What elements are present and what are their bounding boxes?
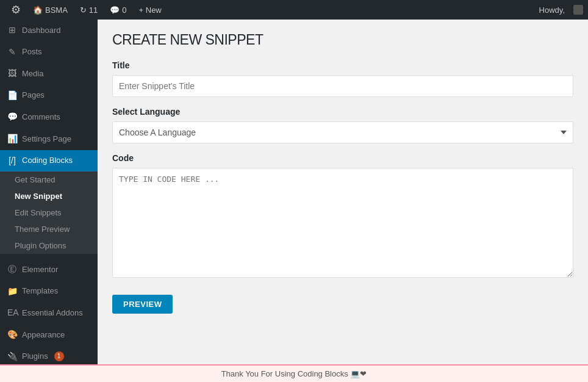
coding-blocks-submenu: Get Started New Snippet Edit Snippets Th… [0, 171, 98, 254]
comments-icon: 💬 [110, 5, 120, 15]
title-label: Title [112, 60, 573, 70]
admin-bar-new[interactable]: + New [133, 0, 168, 20]
appearance-icon: 🎨 [7, 329, 17, 341]
plugin-options-label: Plugin Options [15, 241, 66, 250]
theme-preview-label: Theme Preview [15, 225, 70, 234]
new-label: + New [139, 5, 162, 15]
admin-bar-comments[interactable]: 💬 0 [104, 0, 132, 20]
sidebar-item-templates[interactable]: 📁 Templates [0, 281, 98, 303]
footer-text: Thank You For Using Coding Blocks 💻❤ [221, 369, 367, 378]
updates-count: 11 [89, 5, 98, 15]
language-label: Select Language [112, 107, 573, 117]
sidebar-label-plugins: Plugins [22, 351, 48, 362]
get-started-label: Get Started [15, 175, 55, 184]
sidebar-label-coding-blocks: Coding Blocks [22, 155, 73, 166]
footer-bar: Thank You For Using Coding Blocks 💻❤ [0, 364, 588, 382]
sidebar-label-elementor: Elementor [22, 264, 58, 275]
admin-bar-updates[interactable]: ↻ 11 [74, 0, 104, 20]
preview-button[interactable]: PREVIEW [112, 295, 173, 314]
content-area: CREATE NEW SNIPPET Title Select Language… [98, 20, 588, 364]
edit-snippets-label: Edit Snippets [15, 208, 62, 217]
posts-icon: ✎ [7, 46, 17, 59]
admin-bar-left: ⚙ 🏠 BSMA ↻ 11 💬 0 + New [5, 0, 533, 20]
templates-icon: 📁 [7, 286, 17, 298]
settings-icon: 📊 [7, 133, 17, 145]
sidebar-item-dashboard[interactable]: ⊞ Dashboard [0, 20, 98, 41]
code-textarea[interactable] [112, 168, 573, 278]
submenu-get-started[interactable]: Get Started [0, 171, 98, 188]
sidebar-label-dashboard: Dashboard [22, 25, 61, 36]
user-avatar[interactable] [573, 5, 583, 15]
sidebar-label-posts: Posts [22, 46, 42, 57]
submenu-new-snippet[interactable]: New Snippet [0, 188, 98, 204]
sidebar-label-appearance: Appearance [22, 330, 65, 341]
admin-bar-right: Howdy, [533, 5, 583, 15]
sidebar-label-settings: Settings Page [22, 134, 71, 145]
sidebar-label-essential-addons: Essential Addons [22, 308, 83, 319]
sidebar-label-templates: Templates [22, 286, 58, 297]
submenu-theme-preview[interactable]: Theme Preview [0, 221, 98, 237]
essential-addons-icon: EA [7, 307, 17, 319]
new-snippet-label: New Snippet [15, 192, 62, 201]
sidebar-item-media[interactable]: 🖼 Media [0, 63, 98, 85]
sidebar-item-comments[interactable]: 💬 Comments [0, 106, 98, 128]
language-section: Select Language Choose A Language JavaSc… [112, 107, 573, 143]
submenu-edit-snippets[interactable]: Edit Snippets [0, 204, 98, 221]
admin-bar: ⚙ 🏠 BSMA ↻ 11 💬 0 + New Howdy, [0, 0, 588, 20]
home-icon: 🏠 [33, 5, 43, 15]
dashboard-icon: ⊞ [7, 24, 17, 37]
plugins-badge: 1 [54, 351, 64, 361]
elementor-icon: Ⓔ [7, 264, 17, 276]
wp-logo[interactable]: ⚙ [5, 3, 27, 16]
sidebar-item-coding-blocks[interactable]: [/] Coding Blocks [0, 150, 98, 172]
sidebar-item-plugins[interactable]: 🔌 Plugins 1 [0, 346, 98, 364]
language-select[interactable]: Choose A Language JavaScript PHP CSS HTM… [112, 121, 573, 143]
submenu-plugin-options[interactable]: Plugin Options [0, 237, 98, 254]
updates-icon: ↻ [80, 5, 87, 15]
sidebar-item-settings-page[interactable]: 📊 Settings Page [0, 128, 98, 150]
code-section: Code [112, 153, 573, 280]
code-label: Code [112, 153, 573, 163]
sidebar-label-media: Media [22, 68, 43, 79]
howdy-text: Howdy, [533, 5, 571, 15]
title-input[interactable] [112, 75, 573, 97]
sidebar-item-elementor[interactable]: Ⓔ Elementor [0, 259, 98, 281]
sidebar-item-essential-addons[interactable]: EA Essential Addons [0, 302, 98, 324]
title-section: Title [112, 60, 573, 97]
sidebar-label-pages: Pages [22, 90, 45, 101]
coding-blocks-icon: [/] [7, 155, 17, 167]
main-layout: ⊞ Dashboard ✎ Posts 🖼 Media 📄 Pages 💬 Co… [0, 20, 588, 364]
page-title: CREATE NEW SNIPPET [112, 32, 573, 48]
plugins-icon: 🔌 [7, 351, 17, 363]
media-icon: 🖼 [7, 68, 17, 80]
sidebar-label-comments: Comments [22, 112, 60, 123]
sidebar-item-pages[interactable]: 📄 Pages [0, 85, 98, 107]
comments-count: 0 [122, 5, 126, 15]
admin-bar-site[interactable]: 🏠 BSMA [27, 0, 74, 20]
site-name: BSMA [45, 5, 68, 15]
sidebar: ⊞ Dashboard ✎ Posts 🖼 Media 📄 Pages 💬 Co… [0, 20, 98, 364]
comments-menu-icon: 💬 [7, 111, 17, 123]
pages-icon: 📄 [7, 90, 17, 102]
sidebar-item-posts[interactable]: ✎ Posts [0, 41, 98, 63]
sidebar-item-appearance[interactable]: 🎨 Appearance [0, 324, 98, 346]
